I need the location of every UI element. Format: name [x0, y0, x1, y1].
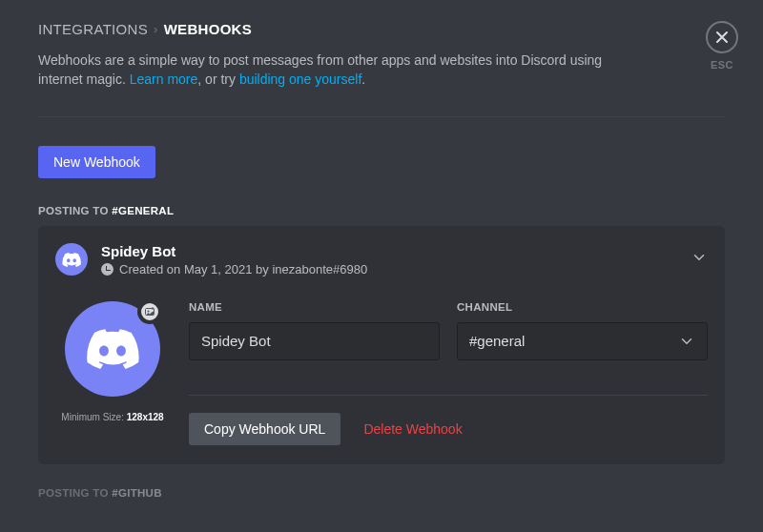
webhook-name: Spidey Bot	[101, 243, 677, 259]
webhook-avatar-large[interactable]	[65, 301, 160, 397]
section-prefix: POSTING TO	[38, 205, 112, 216]
learn-more-link[interactable]: Learn more	[130, 72, 198, 87]
desc-mid: , or try	[197, 72, 239, 87]
section-heading: POSTING TO #GENERAL	[38, 205, 725, 216]
webhook-created-text: Created on May 1, 2021 by inezabonte#698…	[119, 262, 367, 276]
footer-prefix: POSTING TO	[38, 487, 112, 499]
delete-webhook-button[interactable]: Delete Webhook	[363, 421, 462, 437]
channel-select-value: #general	[469, 333, 525, 349]
divider	[38, 116, 725, 117]
build-yourself-link[interactable]: building one yourself	[239, 72, 361, 87]
chevron-down-icon	[678, 333, 695, 350]
min-size-prefix: Minimum Size:	[61, 412, 126, 422]
copy-webhook-url-button[interactable]: Copy Webhook URL	[189, 413, 340, 445]
desc-suffix: .	[361, 72, 365, 87]
channel-select[interactable]: #general	[457, 322, 708, 360]
webhook-card: Spidey Bot Created on May 1, 2021 by ine…	[38, 226, 725, 464]
new-webhook-button[interactable]: New Webhook	[38, 146, 155, 178]
page-description: Webhooks are a simple way to post messag…	[38, 51, 649, 90]
channel-field-label: CHANNEL	[457, 301, 708, 313]
upload-avatar-button[interactable]	[137, 299, 162, 324]
next-section-heading: POSTING TO #GITHUB	[38, 487, 725, 499]
footer-channel: #GITHUB	[112, 487, 162, 499]
close-icon	[714, 30, 730, 45]
discord-logo-icon	[86, 329, 139, 369]
section-channel: #GENERAL	[112, 205, 174, 216]
clock-icon	[101, 263, 113, 276]
chevron-down-icon	[691, 249, 708, 270]
name-field-label: NAME	[189, 301, 440, 313]
chevron-right-icon: ›	[154, 22, 158, 36]
close-button[interactable]	[706, 21, 738, 53]
min-size-value: 128x128	[127, 412, 164, 422]
discord-logo-icon	[62, 253, 81, 267]
breadcrumb: INTEGRATIONS › WEBHOOKS	[38, 21, 725, 37]
close-label: ESC	[711, 59, 733, 71]
breadcrumb-current: WEBHOOKS	[164, 21, 252, 37]
upload-image-icon	[144, 306, 155, 317]
webhook-card-header[interactable]: Spidey Bot Created on May 1, 2021 by ine…	[55, 243, 708, 276]
breadcrumb-parent[interactable]: INTEGRATIONS	[38, 21, 148, 37]
webhook-avatar-small	[55, 243, 88, 276]
name-input[interactable]	[189, 322, 440, 360]
svg-point-1	[148, 310, 150, 312]
min-size-note: Minimum Size: 128x128	[55, 412, 170, 422]
